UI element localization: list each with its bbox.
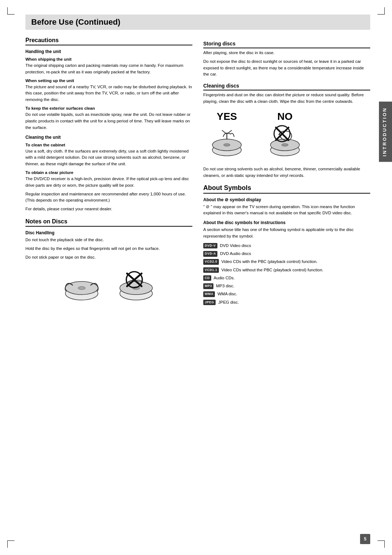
page-title-bar: Before Use (Continued) xyxy=(25,15,370,30)
clean-cabinet-text: Use a soft, dry cloth. If the surfaces a… xyxy=(25,148,192,167)
disc-handling-line2: Hold the disc by the edges so that finge… xyxy=(25,246,192,252)
disc-badge: MP3 xyxy=(203,283,213,289)
page-title: Before Use (Continued) xyxy=(31,17,364,27)
about-symbols-heading: About Symbols xyxy=(203,184,370,194)
storing-discs-text2: Do not expose the disc to direct sunligh… xyxy=(203,58,370,78)
cleaning-discs-section: Cleaning discs Fingerprints and dust on … xyxy=(203,83,370,105)
symbol-display-heading: About the ⊘ symbol display xyxy=(203,197,370,202)
exterior-clean-text: Do not use volatile liquids, such as ins… xyxy=(25,112,192,131)
disc-badge: CD xyxy=(203,275,211,281)
disc-correct-image xyxy=(62,266,102,306)
disc-badge: DVD-V xyxy=(203,243,217,249)
clear-picture-text1: The DVD/CD receiver is a high-tech, prec… xyxy=(25,176,192,189)
no-disc-container: NO xyxy=(265,111,305,160)
disc-list-item: MP3 MP3 disc. xyxy=(203,283,370,289)
disc-handling-heading: Disc Handling xyxy=(25,230,192,235)
when-setting-up-text: The picture and sound of a nearby TV, VC… xyxy=(25,84,192,103)
storing-discs-heading: Storing discs xyxy=(203,41,370,48)
right-column: Storing discs After playing, store the d… xyxy=(203,37,370,312)
notes-on-discs-heading: Notes on Discs xyxy=(25,218,192,227)
disc-list-item: CD Audio CDs. xyxy=(203,275,370,281)
disc-symbols-heading: About the disc symbols for instructions xyxy=(203,220,370,225)
disc-list-item: DVD-V DVD Video discs xyxy=(203,243,370,249)
disc-list-item: DVD-A DVD Audio discs xyxy=(203,251,370,257)
svg-point-11 xyxy=(224,143,230,146)
cleaning-discs-text: Fingerprints and dust on the disc can di… xyxy=(203,92,370,105)
yes-disc-container: YES xyxy=(207,111,247,160)
when-shipping-text: The original shipping carton and packing… xyxy=(25,62,192,76)
disc-handling-line3: Do not stick paper or tape on the disc. xyxy=(25,254,192,261)
symbol-display-text: " ⊘ " may appear on the TV screen during… xyxy=(203,204,370,217)
exterior-clean-subheading: To keep the exterior surfaces clean xyxy=(25,106,192,110)
disc-list-item: VCD2.0 Video CDs with the PBC (playback … xyxy=(203,259,370,265)
disc-symbols-intro: A section whose title has one of the fol… xyxy=(203,227,370,240)
disc-handling-line1: Do not touch the playback side of the di… xyxy=(25,237,192,243)
disc-list-item: VCD1.1 Video CDs without the PBC (playba… xyxy=(203,267,370,273)
disc-symbols-section: About the disc symbols for instructions … xyxy=(203,220,370,305)
clear-picture-text3: For details, please contact your nearest… xyxy=(25,206,192,212)
svg-line-13 xyxy=(222,130,227,134)
disc-list: DVD-V DVD Video discsDVD-A DVD Audio dis… xyxy=(203,243,370,305)
handling-unit-heading: Handling the unit xyxy=(25,49,192,54)
disc-badge: VCD2.0 xyxy=(203,259,219,265)
disc-incorrect-image xyxy=(116,266,156,306)
after-disc-text: Do not use strong solvents such as alcoh… xyxy=(203,166,370,179)
storing-discs-text1: After playing, store the disc in its cas… xyxy=(203,50,370,56)
cleaning-unit-section: Cleaning the unit To clean the cabinet U… xyxy=(25,135,192,213)
disc-list-item: JPEG JPEG disc. xyxy=(203,299,370,305)
handling-unit-section: Handling the unit When shipping the unit… xyxy=(25,49,192,131)
svg-point-2 xyxy=(78,287,85,289)
disc-badge: JPEG xyxy=(203,300,216,305)
clear-picture-subheading: To obtain a clear picture xyxy=(25,170,192,175)
precautions-section: Precautions Handling the unit When shipp… xyxy=(25,37,192,212)
disc-list-item: WMA WMA disc. xyxy=(203,291,370,297)
left-column: Precautions Handling the unit When shipp… xyxy=(25,37,192,312)
no-label: NO xyxy=(265,111,305,122)
yes-no-disc-images: YES NO xyxy=(207,111,370,160)
when-setting-up-subheading: When setting up the unit xyxy=(25,78,192,83)
about-symbols-section: About Symbols About the ⊘ symbol display… xyxy=(203,184,370,305)
notes-on-discs-section: Notes on Discs Disc Handling Do not touc… xyxy=(25,218,192,306)
storing-discs-section: Storing discs After playing, store the d… xyxy=(203,41,370,78)
cleaning-discs-heading: Cleaning discs xyxy=(203,83,370,90)
precautions-heading: Precautions xyxy=(25,37,192,45)
when-shipping-subheading: When shipping the unit xyxy=(25,57,192,61)
svg-point-16 xyxy=(282,143,288,146)
disc-badge: VCD1.1 xyxy=(203,267,219,273)
disc-badge: DVD-A xyxy=(203,251,217,257)
yes-label: YES xyxy=(207,111,247,122)
cleaning-unit-heading: Cleaning the unit xyxy=(25,135,192,140)
disc-badge: WMA xyxy=(203,291,215,297)
clear-picture-text2: Regular inspection and maintenance are r… xyxy=(25,191,192,204)
disc-handling-images xyxy=(25,266,192,306)
symbol-display-section: About the ⊘ symbol display " ⊘ " may app… xyxy=(203,197,370,217)
clean-cabinet-subheading: To clean the cabinet xyxy=(25,143,192,147)
